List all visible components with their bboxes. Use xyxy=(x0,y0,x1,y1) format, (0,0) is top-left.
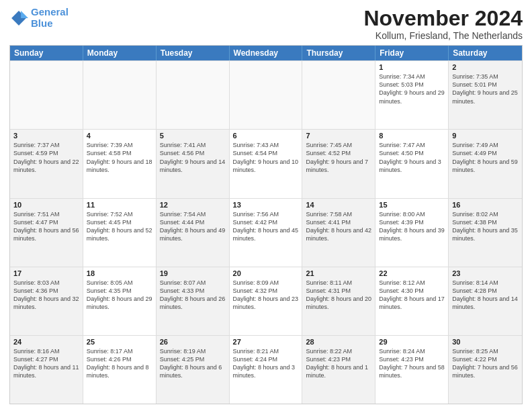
calendar-cell: 20Sunrise: 8:09 AM Sunset: 4:32 PM Dayli… xyxy=(230,267,303,335)
day-number: 25 xyxy=(87,338,152,346)
day-info: Sunrise: 8:25 AM Sunset: 4:22 PM Dayligh… xyxy=(452,347,519,380)
day-number: 22 xyxy=(379,269,445,277)
calendar-cell: 24Sunrise: 8:16 AM Sunset: 4:27 PM Dayli… xyxy=(10,336,83,404)
day-number: 30 xyxy=(452,338,519,346)
calendar-cell: 9Sunrise: 7:49 AM Sunset: 4:49 PM Daylig… xyxy=(449,130,522,197)
day-info: Sunrise: 7:56 AM Sunset: 4:42 PM Dayligh… xyxy=(233,210,299,243)
day-number: 5 xyxy=(160,132,226,140)
calendar-cell: 21Sunrise: 8:11 AM Sunset: 4:31 PM Dayli… xyxy=(302,267,375,335)
day-info: Sunrise: 8:16 AM Sunset: 4:27 PM Dayligh… xyxy=(13,347,79,380)
day-number: 24 xyxy=(13,338,79,346)
calendar-cell: 30Sunrise: 8:25 AM Sunset: 4:22 PM Dayli… xyxy=(449,336,522,404)
day-info: Sunrise: 7:35 AM Sunset: 5:01 PM Dayligh… xyxy=(452,73,519,105)
calendar-row: 10Sunrise: 7:51 AM Sunset: 4:47 PM Dayli… xyxy=(10,198,522,267)
day-info: Sunrise: 7:54 AM Sunset: 4:44 PM Dayligh… xyxy=(160,210,226,243)
day-number: 3 xyxy=(13,132,79,140)
header: General Blue November 2024 Kollum, Fries… xyxy=(9,7,523,41)
day-number: 13 xyxy=(233,201,299,209)
day-number: 27 xyxy=(233,338,299,346)
day-info: Sunrise: 7:51 AM Sunset: 4:47 PM Dayligh… xyxy=(13,210,79,243)
calendar-cell xyxy=(157,61,230,129)
day-number: 4 xyxy=(87,132,152,140)
day-info: Sunrise: 8:05 AM Sunset: 4:35 PM Dayligh… xyxy=(87,279,152,312)
calendar-cell: 5Sunrise: 7:41 AM Sunset: 4:56 PM Daylig… xyxy=(157,130,230,197)
calendar-row: 17Sunrise: 8:03 AM Sunset: 4:36 PM Dayli… xyxy=(10,267,522,335)
calendar-cell: 1Sunrise: 7:34 AM Sunset: 5:03 PM Daylig… xyxy=(375,61,449,129)
header-day: Wednesday xyxy=(230,46,303,60)
header-day: Saturday xyxy=(449,46,522,60)
day-info: Sunrise: 8:21 AM Sunset: 4:24 PM Dayligh… xyxy=(233,347,299,380)
day-info: Sunrise: 8:03 AM Sunset: 4:36 PM Dayligh… xyxy=(13,279,79,312)
logo-line2: Blue xyxy=(31,17,53,29)
calendar-cell: 3Sunrise: 7:37 AM Sunset: 4:59 PM Daylig… xyxy=(10,130,83,197)
header-day: Friday xyxy=(375,46,449,60)
calendar-cell xyxy=(83,61,157,129)
calendar-row: 24Sunrise: 8:16 AM Sunset: 4:27 PM Dayli… xyxy=(10,335,522,404)
day-info: Sunrise: 8:12 AM Sunset: 4:30 PM Dayligh… xyxy=(379,279,445,312)
calendar-cell: 2Sunrise: 7:35 AM Sunset: 5:01 PM Daylig… xyxy=(449,61,522,129)
day-info: Sunrise: 7:47 AM Sunset: 4:50 PM Dayligh… xyxy=(379,141,445,174)
logo: General Blue xyxy=(9,7,69,29)
header-day: Sunday xyxy=(10,46,83,60)
calendar-cell xyxy=(230,61,303,129)
day-info: Sunrise: 8:14 AM Sunset: 4:28 PM Dayligh… xyxy=(452,279,519,312)
calendar-cell: 23Sunrise: 8:14 AM Sunset: 4:28 PM Dayli… xyxy=(449,267,522,335)
day-number: 7 xyxy=(306,132,371,140)
day-info: Sunrise: 7:39 AM Sunset: 4:58 PM Dayligh… xyxy=(87,141,152,174)
calendar-cell xyxy=(10,61,83,129)
calendar-body: 1Sunrise: 7:34 AM Sunset: 5:03 PM Daylig… xyxy=(10,60,522,404)
day-number: 19 xyxy=(160,269,226,277)
calendar-cell: 14Sunrise: 7:58 AM Sunset: 4:41 PM Dayli… xyxy=(302,199,375,267)
calendar-cell: 19Sunrise: 8:07 AM Sunset: 4:33 PM Dayli… xyxy=(157,267,230,335)
day-number: 1 xyxy=(379,63,445,71)
day-info: Sunrise: 8:24 AM Sunset: 4:23 PM Dayligh… xyxy=(379,347,445,380)
calendar-cell: 15Sunrise: 8:00 AM Sunset: 4:39 PM Dayli… xyxy=(375,199,449,267)
day-info: Sunrise: 8:11 AM Sunset: 4:31 PM Dayligh… xyxy=(306,279,371,312)
day-info: Sunrise: 8:19 AM Sunset: 4:25 PM Dayligh… xyxy=(160,347,226,380)
header-day: Tuesday xyxy=(157,46,230,60)
month-title: November 2024 xyxy=(363,7,523,30)
day-number: 17 xyxy=(13,269,79,277)
day-number: 28 xyxy=(306,338,371,346)
calendar-cell: 29Sunrise: 8:24 AM Sunset: 4:23 PM Dayli… xyxy=(375,336,449,404)
day-info: Sunrise: 7:37 AM Sunset: 4:59 PM Dayligh… xyxy=(13,141,79,174)
calendar-cell: 28Sunrise: 8:22 AM Sunset: 4:23 PM Dayli… xyxy=(302,336,375,404)
day-number: 21 xyxy=(306,269,371,277)
calendar-cell: 8Sunrise: 7:47 AM Sunset: 4:50 PM Daylig… xyxy=(375,130,449,197)
calendar-cell: 4Sunrise: 7:39 AM Sunset: 4:58 PM Daylig… xyxy=(83,130,157,197)
calendar-cell: 26Sunrise: 8:19 AM Sunset: 4:25 PM Dayli… xyxy=(157,336,230,404)
calendar-cell: 18Sunrise: 8:05 AM Sunset: 4:35 PM Dayli… xyxy=(83,267,157,335)
calendar-cell: 6Sunrise: 7:43 AM Sunset: 4:54 PM Daylig… xyxy=(230,130,303,197)
day-number: 12 xyxy=(160,201,226,209)
day-number: 26 xyxy=(160,338,226,346)
day-info: Sunrise: 7:34 AM Sunset: 5:03 PM Dayligh… xyxy=(379,73,445,105)
day-number: 8 xyxy=(379,132,445,140)
calendar-cell: 27Sunrise: 8:21 AM Sunset: 4:24 PM Dayli… xyxy=(230,336,303,404)
logo-text: General Blue xyxy=(31,7,69,29)
logo-line1: General xyxy=(31,6,69,17)
calendar-cell: 12Sunrise: 7:54 AM Sunset: 4:44 PM Dayli… xyxy=(157,199,230,267)
day-number: 11 xyxy=(87,201,152,209)
day-number: 14 xyxy=(306,201,371,209)
day-info: Sunrise: 7:49 AM Sunset: 4:49 PM Dayligh… xyxy=(452,141,519,174)
day-number: 9 xyxy=(452,132,519,140)
svg-marker-1 xyxy=(21,11,28,18)
day-number: 16 xyxy=(452,201,519,209)
title-block: November 2024 Kollum, Friesland, The Net… xyxy=(363,7,523,41)
day-info: Sunrise: 7:52 AM Sunset: 4:45 PM Dayligh… xyxy=(87,210,152,243)
calendar-row: 1Sunrise: 7:34 AM Sunset: 5:03 PM Daylig… xyxy=(10,60,522,129)
day-number: 29 xyxy=(379,338,445,346)
day-info: Sunrise: 7:45 AM Sunset: 4:52 PM Dayligh… xyxy=(306,141,371,174)
calendar-cell xyxy=(302,61,375,129)
day-info: Sunrise: 8:17 AM Sunset: 4:26 PM Dayligh… xyxy=(87,347,152,380)
calendar-cell: 11Sunrise: 7:52 AM Sunset: 4:45 PM Dayli… xyxy=(83,199,157,267)
day-number: 20 xyxy=(233,269,299,277)
header-day: Monday xyxy=(83,46,157,60)
day-info: Sunrise: 8:09 AM Sunset: 4:32 PM Dayligh… xyxy=(233,279,299,312)
subtitle: Kollum, Friesland, The Netherlands xyxy=(363,30,523,41)
calendar-header: SundayMondayTuesdayWednesdayThursdayFrid… xyxy=(10,46,522,60)
calendar: SundayMondayTuesdayWednesdayThursdayFrid… xyxy=(9,45,523,404)
calendar-cell: 22Sunrise: 8:12 AM Sunset: 4:30 PM Dayli… xyxy=(375,267,449,335)
day-info: Sunrise: 7:43 AM Sunset: 4:54 PM Dayligh… xyxy=(233,141,299,174)
header-day: Thursday xyxy=(302,46,375,60)
